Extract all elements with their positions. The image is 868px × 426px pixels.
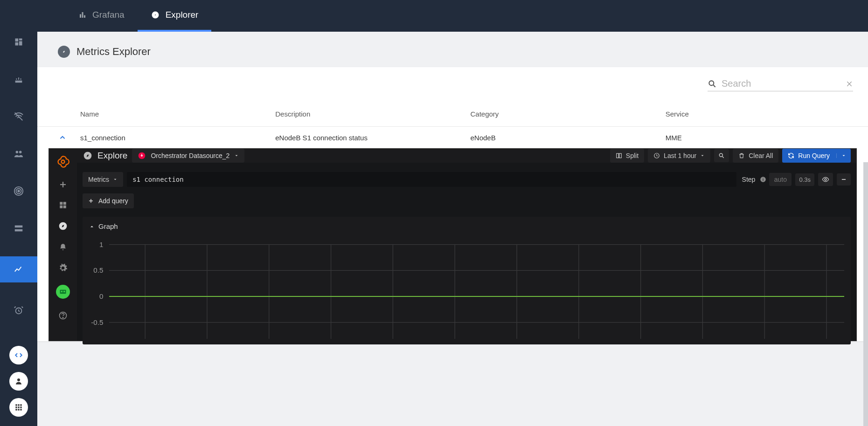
step-input[interactable]: [769, 173, 792, 186]
grafana-logo[interactable]: [56, 155, 69, 168]
zoom-out-button[interactable]: [714, 149, 729, 162]
gear-icon: [58, 263, 68, 273]
minus-icon: [840, 176, 847, 183]
column-description: Description: [271, 110, 466, 118]
svg-rect-0: [15, 39, 19, 42]
datasource-name: Orchestrator Datasource_2: [151, 152, 229, 159]
step-label: Step: [740, 176, 757, 183]
caret-down-icon: [234, 153, 239, 158]
sidebar-item-router[interactable]: [0, 70, 37, 89]
clear-all-button[interactable]: Clear All: [733, 149, 778, 163]
chart-plot[interactable]: 1 0.5 0 -0.5: [89, 239, 844, 339]
svg-rect-24: [82, 12, 83, 18]
compass-icon: [58, 46, 70, 58]
code-icon: [14, 351, 23, 359]
app-sidebar: [0, 0, 37, 426]
info-icon: [760, 176, 766, 183]
ytick: 0: [99, 292, 103, 300]
broadcast-icon: [14, 186, 24, 196]
clear-search-button[interactable]: [846, 80, 853, 88]
row-expand-toggle[interactable]: [49, 133, 76, 142]
table-row: s1_connection eNodeB S1 connection statu…: [37, 126, 868, 148]
page-header: Metrics Explorer: [37, 32, 868, 67]
grafana-explore-embed: Explore Orchestrator Datasource_2: [49, 148, 857, 341]
toggle-visibility-button[interactable]: [818, 173, 833, 186]
grafana-nav-alerting[interactable]: [59, 243, 67, 251]
grafana-nav-explore[interactable]: [58, 221, 68, 231]
sidebar-item-storage[interactable]: [0, 219, 37, 238]
add-query-button[interactable]: Add query: [83, 193, 134, 208]
caret-down-icon: [113, 177, 118, 182]
metrics-type-selector[interactable]: Metrics: [83, 172, 123, 187]
scrollbar-track[interactable]: [863, 162, 868, 426]
sidebar-apps-button[interactable]: [9, 398, 28, 417]
grafana-nav-dashboards[interactable]: [59, 201, 67, 209]
grafana-nav-config[interactable]: [58, 263, 68, 273]
tab-grafana[interactable]: Grafana: [65, 0, 138, 32]
svg-point-56: [825, 179, 826, 180]
svg-point-6: [19, 151, 21, 154]
svg-point-13: [17, 378, 20, 381]
apps-grid-icon: [15, 404, 22, 411]
timerange-selector[interactable]: Last 1 hour: [648, 149, 710, 163]
remove-query-button[interactable]: [837, 173, 851, 186]
svg-point-32: [62, 160, 65, 164]
grafana-toolbar: Explore Orchestrator Datasource_2: [77, 149, 856, 163]
svg-rect-16: [20, 404, 21, 405]
svg-point-45: [62, 317, 63, 318]
ytick: 0.5: [93, 266, 103, 274]
split-button[interactable]: Split: [610, 149, 644, 163]
svg-rect-43: [63, 291, 65, 292]
sidebar-item-users[interactable]: [0, 144, 37, 163]
sidebar-account-button[interactable]: [9, 372, 28, 391]
sidebar-item-broadcast[interactable]: [0, 182, 37, 200]
svg-rect-25: [84, 15, 85, 18]
svg-rect-19: [20, 406, 21, 408]
eye-icon: [822, 176, 829, 183]
grafana-nav-add[interactable]: [59, 180, 67, 189]
column-category: Category: [467, 110, 662, 118]
button-label: Clear All: [749, 152, 773, 159]
query-input[interactable]: [127, 172, 736, 187]
svg-rect-15: [18, 404, 19, 405]
plus-icon: [88, 198, 94, 204]
metrics-panel: Name Description Category Service s1_con…: [37, 67, 868, 341]
bell-icon: [59, 243, 67, 251]
collapse-icon[interactable]: [89, 224, 95, 229]
svg-rect-38: [63, 206, 66, 208]
tab-explorer[interactable]: Explorer: [138, 0, 212, 32]
search-input[interactable]: [722, 78, 841, 89]
column-service: Service: [662, 110, 857, 118]
query-row: Metrics Step 0.3s: [77, 163, 856, 191]
tab-label: Grafana: [92, 10, 125, 20]
sidebar-item-wifi[interactable]: [0, 107, 37, 126]
svg-rect-41: [60, 290, 66, 294]
sidebar-code-button[interactable]: [9, 346, 28, 364]
grafana-nav-help[interactable]: [58, 311, 68, 320]
grafana-user-avatar[interactable]: [56, 285, 70, 299]
svg-rect-49: [619, 153, 621, 158]
cell-name: s1_connection: [76, 134, 271, 142]
button-label: Split: [626, 152, 639, 159]
button-label: Add query: [98, 197, 128, 205]
bar-chart-icon: [78, 11, 87, 19]
clock-icon: [653, 152, 660, 159]
compass-icon: [151, 10, 160, 20]
svg-rect-54: [763, 179, 764, 181]
svg-rect-11: [15, 229, 23, 232]
svg-rect-18: [18, 406, 19, 408]
close-icon: [846, 80, 853, 88]
caret-down-icon: [841, 153, 846, 158]
graph-panel: Graph 1 0.5 0 -0.5: [83, 217, 851, 344]
grafana-icon: [56, 155, 69, 168]
svg-rect-10: [15, 226, 23, 228]
avatar-icon: [57, 286, 69, 298]
datasource-selector[interactable]: Orchestrator Datasource_2: [132, 149, 244, 163]
run-query-button[interactable]: Run Query: [782, 149, 851, 163]
chevron-up-icon: [58, 133, 67, 142]
sidebar-item-dashboard[interactable]: [0, 33, 37, 51]
sidebar-item-alarms[interactable]: [0, 301, 37, 320]
search-box: [708, 78, 853, 91]
tab-label: Explorer: [166, 10, 199, 20]
sidebar-item-metrics[interactable]: [0, 256, 37, 282]
